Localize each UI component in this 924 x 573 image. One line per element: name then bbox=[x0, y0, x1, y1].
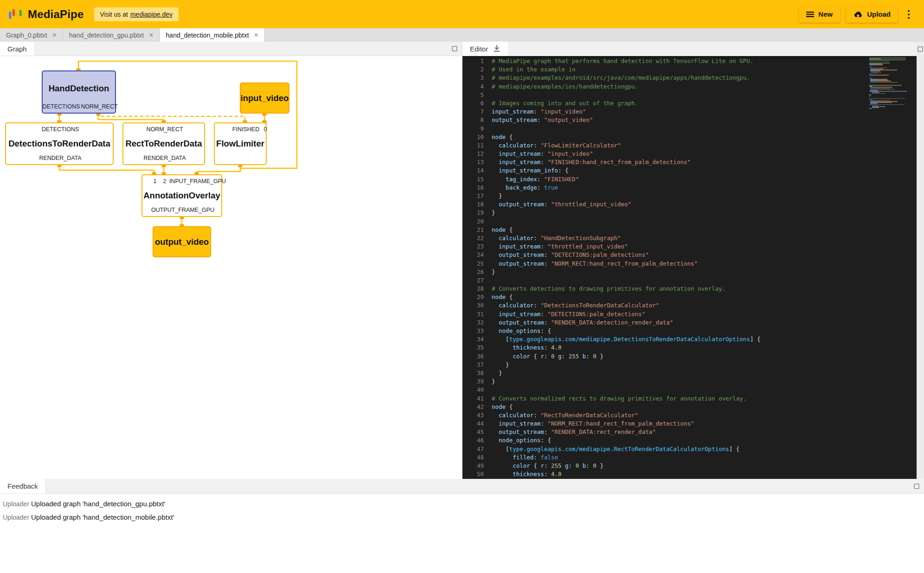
code-text: node_options: { bbox=[484, 436, 551, 445]
code-text: thickness: 4.0 bbox=[484, 344, 562, 352]
code-line: 16 back_edge: true bbox=[462, 184, 866, 192]
graph-node-RectToRenderData[interactable]: RectToRenderDataNORM_RECTRENDER_DATA bbox=[122, 122, 205, 165]
graph-subtab-row: Graph bbox=[0, 42, 462, 56]
line-number: 19 bbox=[462, 209, 484, 217]
code-text: calculator: "RectToRenderDataCalculator" bbox=[484, 411, 638, 420]
new-menu-icon bbox=[806, 11, 814, 18]
port-label: NORM_RECT bbox=[81, 103, 117, 110]
line-number: 42 bbox=[462, 403, 484, 411]
file-tab[interactable]: Graph_0.pbtxt× bbox=[0, 28, 63, 42]
line-number: 29 bbox=[462, 293, 484, 301]
code-editor[interactable]: 1# MediaPipe graph that performs hand de… bbox=[462, 56, 917, 479]
line-number: 50 bbox=[462, 470, 484, 478]
feedback-subtab-row: Feedback bbox=[0, 479, 924, 494]
code-text: back_edge: true bbox=[484, 184, 558, 192]
code-line: 20 bbox=[462, 217, 866, 226]
line-number: 31 bbox=[462, 310, 484, 318]
code-line: 19} bbox=[462, 209, 866, 217]
editor-expand-icon[interactable] bbox=[918, 46, 923, 52]
app-title: MediaPipe bbox=[28, 8, 84, 21]
close-tab-icon[interactable]: × bbox=[149, 32, 153, 39]
code-text bbox=[484, 386, 492, 394]
feedback-source: Uploader bbox=[0, 500, 31, 508]
code-line: 40 bbox=[462, 386, 866, 394]
line-number: 22 bbox=[462, 234, 484, 242]
line-number: 17 bbox=[462, 192, 484, 200]
download-button[interactable] bbox=[493, 45, 501, 53]
line-number: 23 bbox=[462, 242, 484, 251]
feedback-message: Uploaded graph 'hand_detection_mobile.pb… bbox=[31, 513, 174, 521]
code-line: 23 input_stream: "throttled_input_video" bbox=[462, 242, 866, 251]
code-text: calculator: "HandDetectionSubgraph" bbox=[484, 234, 621, 242]
visit-chip: Visit us at mediapipe.dev bbox=[94, 7, 179, 21]
graph-canvas[interactable]: HandDetectionDETECTIONSNORM_RECTinput_vi… bbox=[0, 56, 462, 479]
close-tab-icon[interactable]: × bbox=[254, 32, 258, 39]
code-text: output_stream: "throttled_input_video" bbox=[484, 200, 631, 209]
graph-node-title: FlowLimiter bbox=[215, 139, 266, 149]
code-line: 45 output_stream: "RENDER_DATA:rect_rend… bbox=[462, 428, 866, 436]
new-button[interactable]: New bbox=[799, 6, 840, 23]
more-options-icon[interactable]: ⋮ bbox=[898, 8, 918, 20]
port-label: FINISHED bbox=[232, 126, 259, 133]
graph-expand-icon[interactable] bbox=[452, 46, 457, 51]
line-number: 35 bbox=[462, 344, 484, 352]
code-line: 29node { bbox=[462, 293, 866, 301]
code-line: 25 output_stream: "NORM_RECT:hand_rect_f… bbox=[462, 260, 866, 268]
visit-link[interactable]: mediapipe.dev bbox=[130, 11, 173, 18]
feedback-source: Uploader bbox=[0, 514, 31, 521]
code-line: 14 input_stream_info: { bbox=[462, 166, 866, 175]
line-number: 44 bbox=[462, 420, 484, 428]
code-text: output_stream: "DETECTIONS:palm_detectio… bbox=[484, 251, 649, 259]
code-text: } bbox=[484, 361, 509, 369]
mediapipe-logo-icon bbox=[8, 7, 22, 21]
code-text: } bbox=[484, 192, 502, 200]
tab-feedback[interactable]: Feedback bbox=[0, 479, 46, 493]
upload-button[interactable]: Upload bbox=[846, 6, 898, 23]
code-text: node { bbox=[484, 133, 513, 141]
graph-node-title: RectToRenderData bbox=[123, 139, 204, 149]
code-text: } bbox=[484, 369, 502, 377]
code-line: 44 input_stream: "NORM_RECT:hand_rect_fr… bbox=[462, 420, 866, 428]
line-number: 49 bbox=[462, 462, 484, 470]
code-line: 42node { bbox=[462, 403, 866, 411]
graph-node-AnnotationOverlay[interactable]: AnnotationOverlay12INPUT_FRAME_GPUOUTPUT… bbox=[141, 174, 222, 217]
code-text: color { r: 0 g: 255 b: 0 } bbox=[484, 352, 603, 361]
code-text: # Used in the example in bbox=[484, 65, 576, 74]
file-tab[interactable]: hand_detection_gpu.pbtxt× bbox=[63, 28, 160, 42]
minimap[interactable] bbox=[869, 57, 910, 109]
feedback-tab-label: Feedback bbox=[7, 482, 38, 490]
graph-node-HandDetection[interactable]: HandDetectionDETECTIONSNORM_RECT bbox=[42, 70, 116, 114]
graph-node-title: DetectionsToRenderData bbox=[6, 139, 113, 149]
line-number: 15 bbox=[462, 175, 484, 184]
code-line: 37 } bbox=[462, 361, 866, 369]
code-line: 5 bbox=[462, 91, 866, 99]
file-tab-label: Graph_0.pbtxt bbox=[6, 32, 47, 39]
feedback-expand-icon[interactable] bbox=[914, 484, 919, 489]
code-text: tag_index: "FINISHED" bbox=[484, 175, 579, 184]
port-label: 1 bbox=[154, 178, 157, 185]
line-number: 37 bbox=[462, 361, 484, 369]
code-line: 30 calculator: "DetectionsToRenderDataCa… bbox=[462, 301, 866, 310]
graph-edges bbox=[0, 56, 462, 479]
port-label: 0 bbox=[264, 126, 267, 133]
code-line: 26} bbox=[462, 268, 866, 276]
line-number: 4 bbox=[462, 83, 484, 91]
line-number: 5 bbox=[462, 91, 484, 99]
code-text: } bbox=[484, 209, 495, 217]
close-tab-icon[interactable]: × bbox=[52, 32, 57, 39]
file-tab[interactable]: hand_detection_mobile.pbtxt× bbox=[160, 28, 265, 42]
tab-editor[interactable]: Editor bbox=[462, 42, 509, 56]
code-text: # Images coming into and out of the grap… bbox=[484, 99, 638, 108]
code-line: 35 thickness: 4.0 bbox=[462, 344, 866, 352]
tab-graph[interactable]: Graph bbox=[0, 42, 35, 56]
code-text: node { bbox=[484, 403, 513, 411]
line-number: 33 bbox=[462, 327, 484, 335]
code-line: 24 output_stream: "DETECTIONS:palm_detec… bbox=[462, 251, 866, 259]
graph-node-FlowLimiter[interactable]: FlowLimiterFINISHED0 bbox=[214, 122, 267, 165]
code-text: # Converts detections to drawing primiti… bbox=[484, 285, 725, 293]
graph-node-DetectionsToRenderData[interactable]: DetectionsToRenderDataDETECTIONSRENDER_D… bbox=[5, 122, 114, 165]
graph-node-output_video[interactable]: output_video bbox=[153, 226, 211, 257]
graph-node-input_video[interactable]: input_video bbox=[240, 83, 289, 114]
minimap-line bbox=[869, 108, 910, 109]
code-line: 47 [type.googleapis.com/mediapipe.RectTo… bbox=[462, 445, 866, 453]
